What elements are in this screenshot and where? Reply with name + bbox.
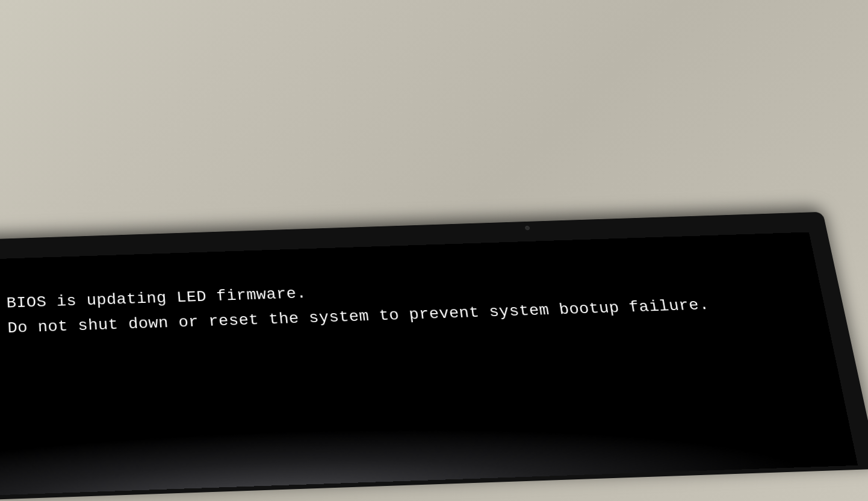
monitor-screen: BIOS is updating LED firmware. Do not sh… [0,232,858,496]
webcam-dot [525,226,530,230]
scene: BIOS is updating LED firmware. Do not sh… [0,0,868,501]
bios-message-container: BIOS is updating LED firmware. Do not sh… [6,269,711,341]
